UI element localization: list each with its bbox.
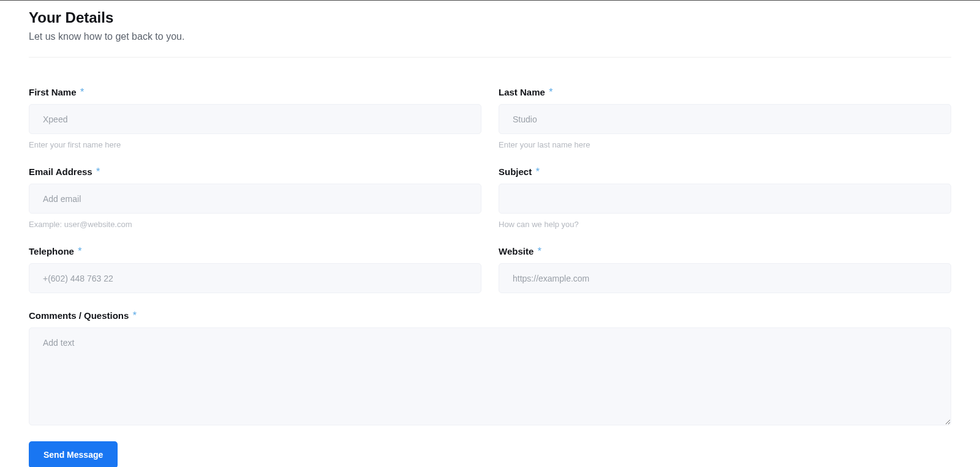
email-group: Email Address * Example: user@website.co… (29, 166, 481, 229)
website-label-row: Website * (499, 246, 951, 257)
required-marker: * (78, 246, 81, 256)
first-name-label-row: First Name * (29, 87, 481, 98)
last-name-label: Last Name (499, 87, 545, 97)
subject-label: Subject (499, 166, 532, 177)
last-name-hint: Enter your last name here (499, 140, 951, 149)
required-marker: * (538, 246, 541, 256)
row-email-subject: Email Address * Example: user@website.co… (29, 166, 951, 229)
telephone-input[interactable] (29, 263, 481, 293)
page-title: Your Details (29, 9, 951, 26)
submit-area: Send Message (29, 441, 951, 467)
email-input[interactable] (29, 184, 481, 214)
comments-label-row: Comments / Questions * (29, 310, 951, 321)
subject-input[interactable] (499, 184, 951, 214)
website-group: Website * (499, 246, 951, 293)
header: Your Details Let us know how to get back… (29, 9, 951, 58)
website-label: Website (499, 246, 533, 256)
comments-group: Comments / Questions * (29, 310, 951, 425)
required-marker: * (536, 166, 540, 177)
telephone-label: Telephone (29, 246, 74, 256)
website-input[interactable] (499, 263, 951, 293)
first-name-group: First Name * Enter your first name here (29, 87, 481, 149)
last-name-input[interactable] (499, 104, 951, 134)
subject-group: Subject * How can we help you? (499, 166, 951, 229)
subject-label-row: Subject * (499, 166, 951, 177)
required-marker: * (549, 87, 552, 97)
page-subtitle: Let us know how to get back to you. (29, 31, 951, 42)
email-hint: Example: user@website.com (29, 220, 481, 229)
subject-hint: How can we help you? (499, 220, 951, 229)
last-name-group: Last Name * Enter your last name here (499, 87, 951, 149)
required-marker: * (133, 310, 137, 321)
form-container: Your Details Let us know how to get back… (0, 1, 980, 467)
row-phone-website: Telephone * Website * (29, 246, 951, 293)
comments-textarea[interactable] (29, 327, 951, 425)
required-marker: * (96, 166, 100, 177)
email-label-row: Email Address * (29, 166, 481, 177)
telephone-label-row: Telephone * (29, 246, 481, 257)
send-message-button[interactable]: Send Message (29, 441, 118, 467)
first-name-input[interactable] (29, 104, 481, 134)
last-name-label-row: Last Name * (499, 87, 951, 98)
email-label: Email Address (29, 166, 92, 177)
telephone-group: Telephone * (29, 246, 481, 293)
first-name-hint: Enter your first name here (29, 140, 481, 149)
required-marker: * (80, 87, 84, 97)
first-name-label: First Name (29, 87, 77, 97)
row-name: First Name * Enter your first name here … (29, 87, 951, 149)
comments-label: Comments / Questions (29, 310, 129, 321)
